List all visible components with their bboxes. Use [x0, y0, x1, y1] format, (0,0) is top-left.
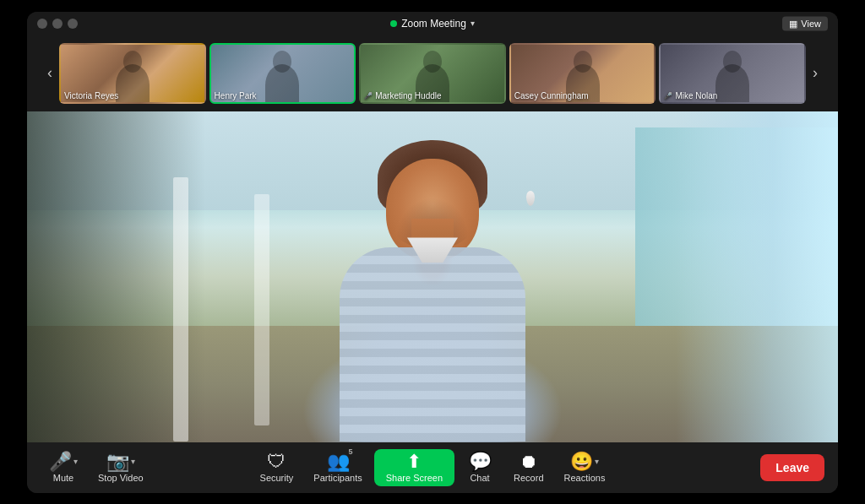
thumbnail-victoria[interactable]: Victoria Reyes: [59, 43, 206, 104]
window-controls: [37, 19, 78, 29]
airpod: [526, 191, 535, 206]
share-screen-button[interactable]: ⬆ Share Screen: [374, 449, 454, 486]
view-icon: ▦: [789, 18, 797, 29]
participant-name-henry: Henry Park: [215, 91, 257, 100]
mute-button[interactable]: 🎤 ▾ Mute: [41, 449, 86, 486]
participant-name-victoria: Victoria Reyes: [64, 91, 118, 100]
reactions-button[interactable]: 😀 ▾ Reactions: [556, 449, 614, 486]
maximize-button[interactable]: [68, 19, 78, 29]
stop-video-label: Stop Video: [98, 473, 144, 483]
chat-label: Chat: [470, 473, 489, 483]
toolbar: 🎤 ▾ Mute 📷 ▾ Stop Video 🛡 Security 👥 5: [27, 442, 838, 493]
close-button[interactable]: [37, 19, 47, 29]
security-label: Security: [260, 473, 294, 483]
participant-count-badge: 5: [349, 447, 353, 456]
thumbnail-list: Victoria Reyes Henry Park 🎤 Marketing Hu…: [59, 43, 806, 104]
participant-name-mike: 🎤 Mike Nolan: [664, 91, 717, 100]
video-arrow[interactable]: ▾: [131, 457, 135, 466]
participant-name-marketing: 🎤 Marketing Huddle: [364, 91, 441, 100]
thumbnail-marketing[interactable]: 🎤 Marketing Huddle: [359, 43, 506, 104]
view-button[interactable]: ▦ View: [782, 16, 828, 30]
minimize-button[interactable]: [52, 19, 63, 29]
main-video: [27, 111, 838, 442]
participants-button[interactable]: 👥 5 Participants: [305, 449, 370, 486]
main-speaker: [149, 127, 716, 442]
share-screen-label: Share Screen: [386, 473, 443, 483]
participants-icon-wrapper: 👥 5: [327, 453, 350, 471]
connection-status-icon: [390, 20, 397, 27]
record-button[interactable]: ⏺ Record: [505, 449, 552, 486]
speaker-silhouette: [149, 127, 716, 442]
participant-strip: ‹ Victoria Reyes Henry Park 🎤 Marketing …: [27, 35, 838, 111]
security-button[interactable]: 🛡 Security: [252, 449, 302, 486]
reactions-icon: 😀: [570, 453, 593, 471]
next-arrow[interactable]: ›: [809, 64, 821, 82]
mic-icon: 🎤: [49, 453, 72, 471]
record-icon: ⏺: [520, 453, 538, 471]
participants-label: Participants: [313, 473, 362, 483]
chevron-down-icon: ▾: [471, 19, 475, 28]
chat-icon: 💬: [469, 453, 492, 471]
bg-right-light: [676, 111, 838, 442]
record-label: Record: [514, 473, 543, 483]
thumbnail-casey[interactable]: Casey Cunningham: [509, 43, 656, 104]
video-icon: 📷: [106, 453, 129, 471]
people-icon: 👥: [327, 451, 350, 472]
video-background: [27, 111, 838, 442]
thumbnail-mike[interactable]: 🎤 Mike Nolan: [659, 43, 806, 104]
stop-video-button[interactable]: 📷 ▾ Stop Video: [90, 449, 152, 486]
mute-arrow[interactable]: ▾: [73, 457, 78, 466]
mute-label: Mute: [53, 473, 73, 483]
view-label: View: [801, 19, 821, 29]
reactions-arrow[interactable]: ▾: [595, 457, 599, 466]
share-screen-icon: ⬆: [406, 453, 422, 471]
chat-button[interactable]: 💬 Chat: [458, 449, 502, 486]
meeting-title-text: Zoom Meeting: [401, 18, 466, 30]
title-bar: Zoom Meeting ▾ ▦ View: [27, 12, 838, 35]
mic-icon-mike: 🎤: [664, 92, 672, 100]
leave-button[interactable]: Leave: [760, 454, 824, 481]
meeting-title[interactable]: Zoom Meeting ▾: [390, 18, 475, 30]
app-window: Zoom Meeting ▾ ▦ View ‹ Victoria Reyes H…: [27, 12, 838, 493]
shield-icon: 🛡: [267, 453, 286, 471]
toolbar-left: 🎤 ▾ Mute 📷 ▾ Stop Video: [41, 449, 152, 486]
reactions-label: Reactions: [564, 473, 606, 483]
participant-name-casey: Casey Cunningham: [514, 91, 589, 100]
thumbnail-henry[interactable]: Henry Park: [209, 43, 356, 104]
mic-icon: 🎤: [364, 92, 373, 100]
prev-arrow[interactable]: ‹: [44, 64, 56, 82]
shirt: [340, 247, 525, 442]
